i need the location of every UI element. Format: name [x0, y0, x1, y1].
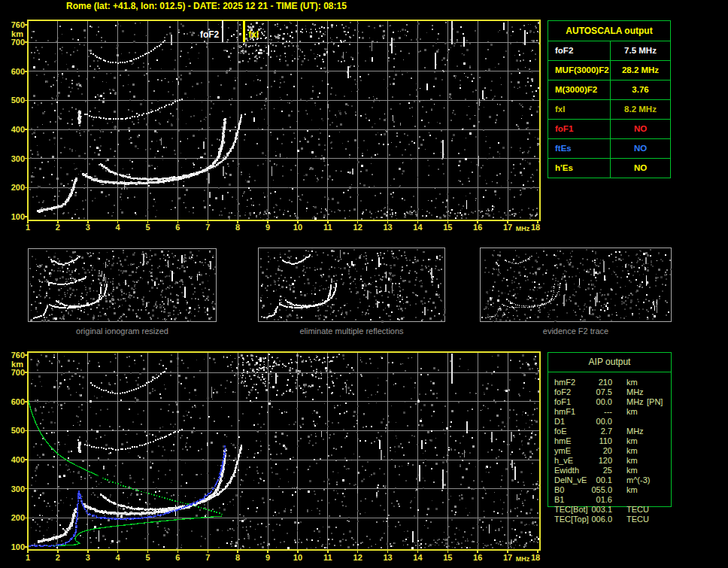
bottom-ionogram-frame — [25, 352, 540, 553]
x-tick-label: 5 — [145, 223, 150, 232]
y-tick-label: 300 — [11, 484, 25, 494]
x-tick-label: 16 — [473, 223, 482, 232]
aip-row-delnve: DelN_vE00.1m^(-3) — [548, 475, 671, 485]
aip-row-hmf2: hmF2210km — [548, 378, 671, 387]
aip-unit: MHz — [626, 427, 644, 436]
y-tick-label: 760 — [11, 20, 25, 29]
x-tick-label: 8 — [235, 553, 240, 562]
aip-table-title: AIP output — [548, 353, 671, 372]
autoscala-output-table: AUTOSCALA output foF27.5 MHzMUF(3000)F22… — [548, 20, 671, 178]
aip-val: 00.0 — [569, 397, 612, 407]
top-ionogram-axis-labels: 123456789101112131415161718MHz1002003004… — [11, 20, 540, 232]
x-tick-label: 3 — [86, 553, 90, 562]
x-tick-label: 5 — [145, 553, 150, 562]
x-tick-label: 13 — [383, 553, 392, 562]
aip-val: 006.0 — [569, 515, 612, 524]
aip-val: 00.0 — [569, 417, 612, 427]
x-tick-label: 6 — [175, 223, 180, 232]
y-tick-label: 400 — [11, 455, 25, 464]
aip-label: B0 — [554, 485, 564, 495]
aip-row-hve: h_vE120km — [548, 456, 671, 466]
x-tick-label: 13 — [383, 223, 392, 232]
x-tick-label: 18 — [531, 223, 540, 232]
parameter-value: 7.5 MHz — [610, 41, 670, 60]
autoscala-row-fof2: foF27.5 MHz — [548, 41, 670, 60]
aip-label: ymE — [554, 446, 571, 456]
aip-row-d1: D100.0 — [548, 417, 671, 427]
autoscala-row-fof1: foF1NO — [548, 119, 670, 138]
fxI-marker-label: fxI — [248, 29, 259, 40]
parameter-value: 8.2 MHz — [610, 100, 670, 119]
parameter-label: h'Es — [555, 159, 573, 178]
aip-row-foe: foE2.7MHz — [548, 427, 671, 436]
y-tick-label: 200 — [11, 513, 25, 522]
aip-unit: TECU — [626, 505, 649, 515]
aip-output-table: AIP output hmF2210kmfoF207.5MHzfoF100.0M… — [548, 352, 672, 507]
bottom-ionogram-grid — [28, 352, 540, 550]
aip-val: 210 — [569, 378, 612, 387]
bottom-ionogram-rfi-blob — [78, 442, 81, 454]
x-tick-label: 2 — [56, 553, 60, 562]
foF2-marker-label: foF2 — [200, 29, 220, 40]
top-ionogram-third-multiple — [90, 40, 165, 63]
x-tick-label: 1 — [26, 223, 30, 232]
aip-row-hme: hmE110km — [548, 436, 671, 446]
x-tick-label: 12 — [353, 553, 362, 562]
aip-unit: km — [626, 446, 638, 456]
top-ionogram-e-f-lowband-trace — [37, 178, 77, 213]
aip-label: B1 — [554, 495, 564, 505]
y-tick-label: 400 — [11, 125, 25, 134]
parameter-value: NO — [610, 159, 670, 178]
aip-unit: m^(-3) — [626, 475, 650, 485]
x-tick-label: 7 — [205, 223, 210, 232]
aip-unit: MHz — [626, 387, 644, 397]
aip-val: --- — [569, 407, 612, 417]
x-axis-unit-label: MHz — [516, 225, 530, 232]
x-tick-label: 9 — [265, 223, 270, 232]
aip-unit: TECU — [626, 515, 649, 524]
aip-row-fof1: foF100.0MHz[PN] — [548, 397, 671, 407]
thumbnail-caption-eliminate: eliminate multiple reflections — [258, 327, 445, 336]
aip-val: 25 — [569, 466, 612, 475]
aip-row-yme: ymE20km — [548, 446, 671, 456]
y-tick-label: 500 — [11, 426, 25, 435]
autoscala-row-ftes: ftEsNO — [548, 138, 670, 158]
autoscala-row-fxi: fxI8.2 MHz — [548, 99, 670, 119]
y-tick-label: 100 — [11, 542, 25, 551]
x-tick-label: 11 — [323, 223, 332, 232]
x-tick-label: 14 — [413, 223, 423, 232]
bottom-ionogram-e-f-lowband-trace — [38, 508, 77, 543]
aip-row-b1: B101.6 — [548, 495, 671, 505]
top-ionogram-f2-o-trace — [82, 118, 226, 186]
y-tick-label: 700 — [11, 38, 25, 47]
top-ionogram-marker-foF2: foF2 — [200, 20, 223, 42]
parameter-label: ftEs — [555, 139, 572, 158]
aip-table-rows: hmF2210kmfoF207.5MHzfoF100.0MHz[PN]hmF1-… — [548, 378, 671, 524]
aip-row-tectop: TEC[Top]006.0TECU — [548, 515, 671, 524]
y-tick-label: 600 — [11, 397, 25, 406]
autoscala-table-rows: foF27.5 MHzMUF(3000)F228.2 MHzM(3000)F23… — [548, 41, 670, 178]
x-tick-label: 15 — [443, 553, 452, 562]
x-tick-label: 6 — [175, 553, 180, 562]
aip-row-hmf1: hmF1---km — [548, 407, 671, 417]
aip-val: 07.5 — [569, 387, 612, 397]
parameter-label: M(3000)F2 — [555, 80, 597, 99]
y-tick-label: 200 — [11, 183, 25, 192]
parameter-label: fxI — [555, 100, 565, 119]
thumbnail-caption-evidence: evidence F2 trace — [480, 327, 672, 336]
aip-row-fof2: foF207.5MHz — [548, 387, 671, 397]
aip-val: 003.1 — [569, 505, 612, 515]
aip-val: 20 — [569, 446, 612, 456]
top-ionogram-second-multiple — [84, 99, 183, 120]
parameter-value: 3.76 — [610, 80, 670, 99]
autoscala-output-screen: { "title": "Rome (lat: +41.8, lon: 012.5… — [0, 0, 728, 568]
aip-label: foE — [554, 427, 567, 436]
top-ionogram-rfi-blob — [77, 111, 81, 123]
aip-label: foF1 — [554, 397, 571, 407]
x-tick-label: 1 — [26, 553, 30, 562]
x-tick-label: 16 — [473, 553, 482, 562]
autoscala-row-hes: h'EsNO — [548, 158, 670, 178]
x-tick-label: 4 — [116, 223, 121, 232]
aip-unit: km — [626, 456, 638, 466]
bottom-ionogram-plot: 123456789101112131415161718MHz1002003004… — [11, 351, 541, 563]
